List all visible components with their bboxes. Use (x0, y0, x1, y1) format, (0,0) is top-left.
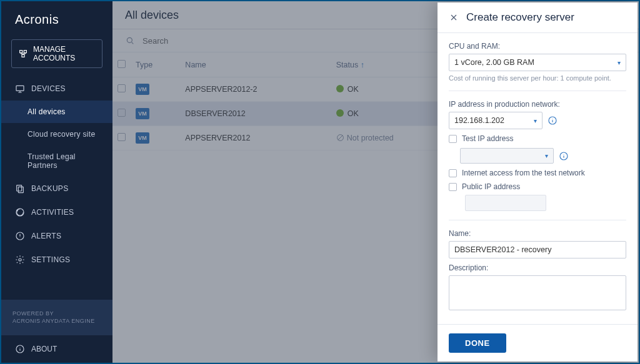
svg-rect-4 (17, 185, 22, 191)
svg-rect-3 (16, 86, 24, 91)
nav-activities[interactable]: ACTIVITIES (1, 200, 112, 224)
row-checkbox[interactable] (118, 133, 126, 141)
activities-icon (15, 207, 25, 217)
info-icon (15, 344, 25, 354)
page-title: All devices (125, 9, 179, 22)
device-name: APPSERVER2012 (180, 126, 331, 150)
svg-point-15 (127, 37, 132, 42)
nav-all-devices[interactable]: All devices (1, 101, 112, 123)
powered-by: POWERED BY ACRONIS ANYDATA ENGINE (1, 300, 112, 335)
nav-alerts-label: ALERTS (31, 232, 61, 240)
manage-accounts-button[interactable]: MANAGE ACCOUNTS (11, 39, 102, 68)
cpu-ram-select[interactable]: 1 vCore, 2.00 GB RAM ▾ (449, 54, 626, 71)
col-name[interactable]: Name (180, 52, 331, 77)
col-type[interactable]: Type (131, 52, 180, 77)
backups-icon (15, 184, 25, 194)
info-icon[interactable] (548, 116, 558, 125)
status-ok: OK (336, 85, 359, 94)
svg-rect-2 (22, 54, 24, 57)
done-button[interactable]: DONE (449, 333, 506, 353)
manage-accounts-label: MANAGE ACCOUNTS (33, 45, 96, 62)
public-ip-input[interactable] (465, 195, 546, 211)
settings-icon (15, 255, 25, 265)
nav-devices[interactable]: DEVICES (1, 77, 112, 101)
internet-access-checkbox[interactable] (449, 169, 457, 177)
device-name: DBSERVER2012 (180, 102, 331, 126)
status-ok: OK (336, 109, 359, 118)
cpu-ram-label: CPU and RAM: (449, 42, 626, 51)
about-link[interactable]: ABOUT (1, 335, 112, 363)
chevron-down-icon: ▾ (545, 152, 548, 159)
description-label: Description: (449, 263, 626, 272)
col-status[interactable]: Status ↑ (331, 52, 456, 77)
internet-access-label: Internet access from the test network (462, 169, 585, 177)
panel-title: Create recovery server (466, 11, 574, 24)
nav-trusted-partners[interactable]: Trusted Legal Partners (1, 145, 112, 177)
row-checkbox[interactable] (118, 84, 126, 92)
row-checkbox[interactable] (118, 109, 126, 117)
public-ip-label: Public IP address (462, 182, 520, 191)
nav-activities-label: ACTIVITIES (31, 208, 74, 217)
public-ip-checkbox[interactable] (449, 183, 457, 191)
powered-by-line2: ACRONIS ANYDATA ENGINE (12, 317, 101, 325)
vm-badge: VM (136, 108, 149, 119)
info-icon[interactable] (559, 151, 569, 161)
cpu-ram-value: 1 vCore, 2.00 GB RAM (454, 58, 534, 67)
svg-rect-1 (24, 51, 26, 53)
chevron-down-icon: ▾ (534, 117, 537, 124)
svg-point-8 (19, 258, 21, 261)
ip-label: IP address in production network: (449, 100, 626, 109)
vm-badge: VM (136, 84, 149, 95)
svg-rect-5 (18, 187, 23, 192)
name-label: Name: (449, 229, 626, 238)
brand-logo: Acronis (1, 1, 112, 36)
vm-badge: VM (136, 132, 149, 144)
svg-rect-0 (20, 51, 22, 53)
search-icon (125, 36, 135, 46)
svg-point-6 (16, 209, 24, 216)
create-recovery-panel: Create recovery server CPU and RAM: 1 vC… (438, 2, 638, 362)
test-ip-label: Test IP address (462, 134, 514, 143)
description-input[interactable] (449, 275, 626, 310)
recovery-name-input[interactable] (449, 241, 626, 258)
powered-by-line1: POWERED BY (12, 310, 101, 318)
test-ip-select[interactable]: ▾ (460, 148, 554, 164)
cpu-ram-hint: Cost of running this server per hour: 1 … (449, 74, 626, 82)
test-ip-checkbox[interactable] (449, 135, 457, 143)
chevron-down-icon: ▾ (618, 59, 621, 66)
close-icon[interactable] (449, 12, 459, 22)
nav-alerts[interactable]: ALERTS (1, 224, 112, 248)
about-label: ABOUT (31, 345, 57, 353)
nav-settings[interactable]: SETTINGS (1, 248, 112, 272)
nav-backups-label: BACKUPS (31, 184, 68, 193)
nav-settings-label: SETTINGS (31, 255, 70, 264)
nav-backups[interactable]: BACKUPS (1, 177, 112, 200)
status-not-protected: Not protected (336, 134, 394, 142)
ip-select[interactable]: 192.168.1.202 ▾ (449, 112, 542, 129)
nav-devices-label: DEVICES (31, 84, 66, 93)
accounts-icon (18, 49, 28, 59)
ip-value: 192.168.1.202 (454, 116, 504, 125)
nav-cloud-recovery[interactable]: Cloud recovery site (1, 123, 112, 145)
main-nav: DEVICES All devices Cloud recovery site … (1, 77, 112, 300)
device-name: APPSERVER2012-2 (180, 77, 331, 102)
sidebar: Acronis MANAGE ACCOUNTS DEVICES All devi… (1, 1, 112, 363)
alerts-icon (15, 231, 25, 241)
col-checkbox[interactable] (112, 52, 131, 77)
devices-icon (15, 84, 25, 94)
